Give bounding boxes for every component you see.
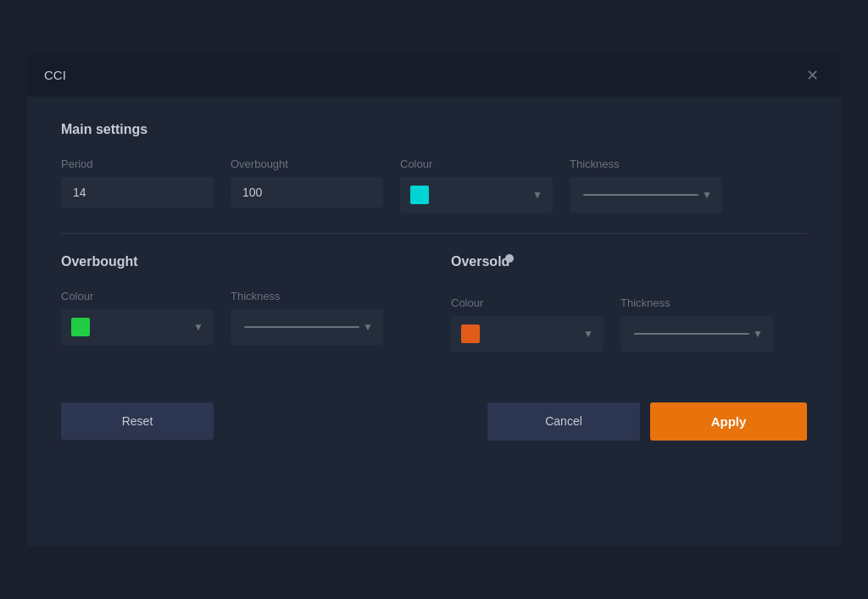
period-input[interactable] <box>61 177 214 208</box>
oversold-dot-indicator <box>505 254 514 263</box>
overbought-thickness-group: Thickness ▼ <box>231 290 383 345</box>
overbought-oversold-row: Overbought Colour ▼ Thick <box>61 254 807 360</box>
main-colour-dropdown[interactable]: ▼ <box>400 177 553 213</box>
overbought-section-title: Overbought <box>61 254 417 269</box>
main-colour-label: Colour <box>400 158 553 170</box>
cancel-button[interactable]: Cancel <box>487 402 640 441</box>
overbought-colour-swatch <box>71 318 90 336</box>
oversold-thickness-group: Thickness ▼ <box>620 297 773 352</box>
overbought-value-label: Overbought <box>231 158 383 170</box>
main-thickness-group: Thickness ▼ <box>570 158 722 213</box>
overbought-colour-dropdown[interactable]: ▼ <box>61 309 214 345</box>
oversold-fields-row: Colour ▼ Thickness <box>451 297 807 352</box>
overbought-thickness-chevron-icon: ▼ <box>363 321 373 333</box>
oversold-section: Oversold Colour ▼ <box>451 254 807 360</box>
dialog-titlebar: CCI ✕ <box>27 54 841 97</box>
oversold-colour-group: Colour ▼ <box>451 297 604 352</box>
apply-button[interactable]: Apply <box>650 402 807 441</box>
cci-dialog: CCI ✕ Main settings Period Overbought Co… <box>27 54 841 546</box>
thickness-line <box>583 194 698 196</box>
main-thickness-dropdown[interactable]: ▼ <box>570 177 722 213</box>
overbought-input[interactable] <box>231 177 383 208</box>
dialog-content: Main settings Period Overbought Colour ▼ <box>27 97 841 385</box>
main-thickness-chevron-icon: ▼ <box>702 189 712 201</box>
oversold-thickness-chevron-icon: ▼ <box>753 328 763 340</box>
section-divider <box>61 233 807 234</box>
overbought-fields-row: Colour ▼ Thickness <box>61 290 417 345</box>
oversold-thickness-label: Thickness <box>620 297 773 309</box>
oversold-thickness-line <box>634 333 749 335</box>
main-colour-group: Colour ▼ <box>400 158 553 213</box>
bottom-bar: Reset Cancel Apply <box>27 385 841 466</box>
oversold-section-title-wrap: Oversold <box>451 254 509 269</box>
overbought-colour-chevron-icon: ▼ <box>193 321 203 333</box>
overbought-thickness-label: Thickness <box>231 290 383 302</box>
overbought-thickness-dropdown[interactable]: ▼ <box>231 309 383 345</box>
oversold-section-title: Oversold <box>451 254 509 269</box>
main-settings-row: Period Overbought Colour ▼ Th <box>61 158 807 213</box>
dialog-title: CCI <box>44 68 66 82</box>
overbought-value-group: Overbought <box>231 158 383 213</box>
main-colour-chevron-icon: ▼ <box>532 189 542 201</box>
oversold-colour-label: Colour <box>451 297 604 309</box>
period-group: Period <box>61 158 214 213</box>
oversold-colour-swatch <box>461 324 480 343</box>
right-buttons: Cancel Apply <box>487 402 807 441</box>
reset-button[interactable]: Reset <box>61 402 214 440</box>
period-label: Period <box>61 158 214 170</box>
close-button[interactable]: ✕ <box>801 66 824 85</box>
overbought-section: Overbought Colour ▼ Thick <box>61 254 417 360</box>
main-settings-title: Main settings <box>61 122 807 137</box>
overbought-thickness-line <box>244 326 359 328</box>
overbought-colour-group: Colour ▼ <box>61 290 214 345</box>
oversold-colour-dropdown[interactable]: ▼ <box>451 316 604 352</box>
oversold-colour-chevron-icon: ▼ <box>583 328 593 340</box>
main-thickness-label: Thickness <box>570 158 722 170</box>
overbought-colour-label: Colour <box>61 290 214 302</box>
oversold-thickness-dropdown[interactable]: ▼ <box>620 316 773 352</box>
main-colour-swatch <box>410 186 429 204</box>
